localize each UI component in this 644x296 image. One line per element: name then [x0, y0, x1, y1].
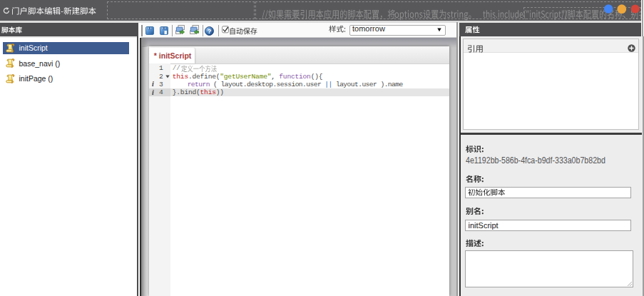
- svg-text:?: ?: [208, 28, 212, 35]
